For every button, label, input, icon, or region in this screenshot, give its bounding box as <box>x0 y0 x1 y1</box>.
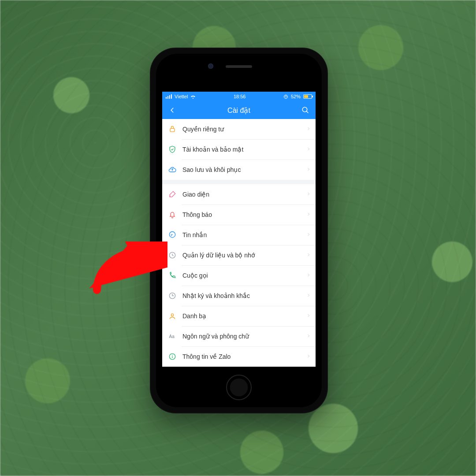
svg-point-9 <box>172 355 173 356</box>
time-icon <box>167 291 177 301</box>
clock-label: 18:56 <box>234 94 246 99</box>
settings-list[interactable]: Quyền riêng tưTài khoản và bảo mậtSao lư… <box>162 119 316 367</box>
shield-icon <box>167 145 177 154</box>
settings-row-label: Giao diện <box>182 191 307 198</box>
settings-row-account[interactable]: Tài khoản và bảo mật <box>162 139 316 160</box>
settings-row-label: Sao lưu và khôi phục <box>182 166 307 173</box>
svg-rect-2 <box>170 128 175 132</box>
back-button[interactable] <box>165 101 180 119</box>
brush-icon <box>167 190 177 199</box>
settings-row-language[interactable]: AaNgôn ngữ và phông chữ <box>162 326 316 346</box>
clock-icon <box>167 250 177 260</box>
settings-row-calls[interactable]: Cuộc gọi <box>162 265 316 286</box>
lock-icon <box>167 124 177 134</box>
settings-row-privacy[interactable]: Quyền riêng tư <box>162 119 316 139</box>
chevron-right-icon <box>307 191 310 198</box>
chat-icon <box>167 230 177 240</box>
chevron-right-icon <box>307 333 310 340</box>
chevron-right-icon <box>307 146 310 153</box>
nav-bar: Cài đặt <box>162 101 316 119</box>
chevron-right-icon <box>307 252 310 259</box>
chevron-left-icon <box>169 106 175 114</box>
settings-row-label: Ngôn ngữ và phông chữ <box>182 333 307 340</box>
svg-text:Aa: Aa <box>169 334 175 339</box>
settings-row-about[interactable]: Thông tin về Zalo <box>162 346 316 367</box>
battery-icon <box>303 94 312 99</box>
cloud-icon <box>167 165 177 175</box>
screen: Viettel 18:56 52% Cài đặt <box>162 92 316 367</box>
settings-row-label: Thông tin về Zalo <box>182 353 307 360</box>
front-camera <box>208 63 213 69</box>
phone-inner: Viettel 18:56 52% Cài đặt <box>156 54 322 407</box>
settings-row-contacts[interactable]: Danh bạ <box>162 306 316 326</box>
location-icon <box>283 94 288 99</box>
settings-row-diary[interactable]: Nhật ký và khoảnh khắc <box>162 286 316 306</box>
chevron-right-icon <box>307 272 310 279</box>
settings-row-notif[interactable]: Thông báo <box>162 205 316 225</box>
contact-icon <box>167 311 177 321</box>
chevron-right-icon <box>307 231 310 238</box>
page-title: Cài đặt <box>227 106 250 115</box>
earpiece-speaker <box>226 65 252 68</box>
chevron-right-icon <box>307 166 310 173</box>
signal-icon <box>166 94 172 99</box>
settings-row-label: Quyền riêng tư <box>182 126 307 133</box>
chevron-right-icon <box>307 353 310 360</box>
wifi-icon <box>190 95 196 99</box>
phone-icon <box>167 271 177 280</box>
home-button[interactable] <box>226 375 252 400</box>
status-bar: Viettel 18:56 52% <box>162 92 316 101</box>
settings-row-backup[interactable]: Sao lưu và khôi phục <box>162 160 316 180</box>
chevron-right-icon <box>307 211 310 218</box>
settings-row-label: Quản lý dữ liệu và bộ nhớ <box>182 252 307 259</box>
settings-row-label: Thông báo <box>182 211 307 218</box>
settings-row-label: Cuộc gọi <box>182 272 307 279</box>
carrier-label: Viettel <box>175 94 188 99</box>
battery-percent-label: 52% <box>291 94 301 99</box>
settings-group: Quyền riêng tưTài khoản và bảo mậtSao lư… <box>162 119 316 180</box>
font-icon: Aa <box>167 331 177 341</box>
search-button[interactable] <box>298 101 313 119</box>
chevron-right-icon <box>307 126 310 133</box>
bell-icon <box>167 210 177 219</box>
settings-row-label: Danh bạ <box>182 312 307 320</box>
search-icon <box>301 106 309 114</box>
svg-point-6 <box>171 314 173 316</box>
settings-row-storage[interactable]: Quản lý dữ liệu và bộ nhớ <box>162 245 316 265</box>
chevron-right-icon <box>307 292 310 299</box>
info-icon <box>167 352 177 361</box>
settings-row-label: Tin nhắn <box>182 231 307 238</box>
settings-row-label: Nhật ký và khoảnh khắc <box>182 292 307 299</box>
phone-frame: Viettel 18:56 52% Cài đặt <box>150 48 328 413</box>
settings-row-messages[interactable]: Tin nhắn <box>162 225 316 245</box>
settings-group: Giao diệnThông báoTin nhắnQuản lý dữ liệ… <box>162 184 316 367</box>
settings-row-theme[interactable]: Giao diện <box>162 184 316 205</box>
chevron-right-icon <box>307 312 310 320</box>
settings-row-label: Tài khoản và bảo mật <box>182 146 307 153</box>
